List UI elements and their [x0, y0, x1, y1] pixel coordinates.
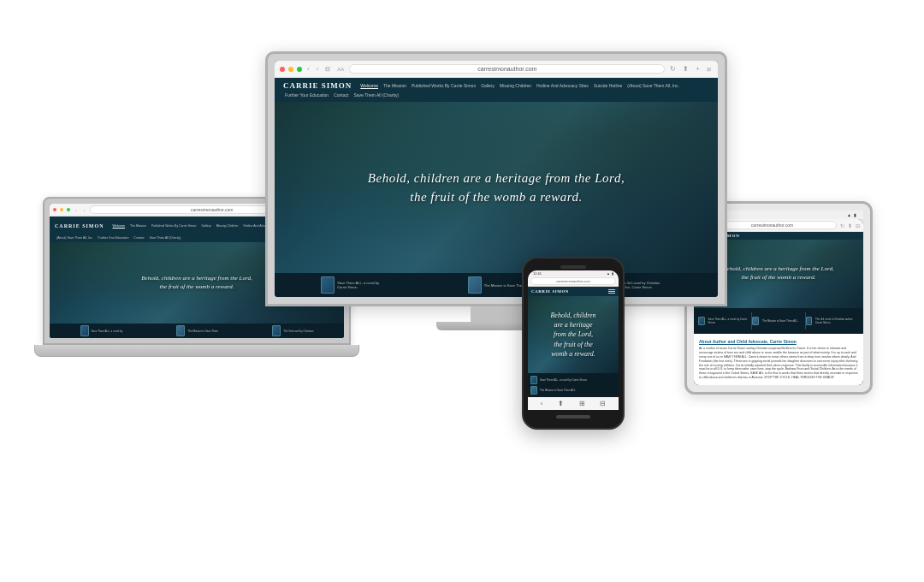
desktop-monitor: ‹ › ⊟ AA carresimonauthor.com ↻ ⬆ + ⊞ CA… — [265, 51, 727, 330]
sidebar-button[interactable]: ⊞ — [705, 66, 713, 72]
nav-hotline[interactable]: Hotline And Advocacy Sites — [535, 82, 590, 89]
desktop-website: CARRIE SIMON Welcome The Mission Publish… — [275, 78, 718, 297]
laptop-nav-charity[interactable]: Save Them All (Charity) — [147, 235, 182, 241]
phone-tabs-icon[interactable]: ⊞ — [579, 400, 585, 407]
share-button[interactable]: ⬆ — [681, 65, 690, 73]
laptop-close-btn[interactable] — [53, 208, 56, 211]
phone-book-1: Save Them ALL, a novel by Carrie Simon — [530, 376, 616, 384]
laptop-book-icon-1 — [80, 325, 89, 336]
maximize-btn[interactable] — [297, 67, 302, 72]
laptop-nav-contact[interactable]: Contact — [132, 235, 145, 241]
desktop-hero-quote: Behold, children are a heritage from the… — [368, 169, 625, 207]
url-bar[interactable]: carresimonauthor.com — [349, 64, 665, 74]
nav-published-works[interactable]: Published Works By Carrie Simon — [410, 82, 477, 89]
nav-welcome[interactable]: Welcome — [358, 82, 380, 89]
phone-status-icons: ▲ ▮ — [607, 271, 613, 276]
phone-book-2: The Mission to Save Them ALL — [530, 386, 616, 395]
laptop-book-label-2: The Mission to Save Them — [187, 330, 218, 333]
tablet-book-icon-3 — [806, 317, 812, 325]
monitor-neck — [471, 306, 522, 322]
phone-notch-area — [528, 265, 619, 269]
phone-book-icon-2 — [530, 386, 537, 395]
laptop-nav-about[interactable]: (About) Save Them All, Inc. — [55, 235, 95, 241]
phone-books: Save Them ALL, a novel by Carrie Simon T… — [528, 373, 619, 397]
laptop-nav-works[interactable]: Published Works By Carrie Simon — [150, 223, 198, 229]
tablet-hero-text: Behold, children are a heritage from the… — [714, 257, 842, 291]
phone-back-icon[interactable]: ‹ — [541, 400, 543, 407]
nav-gallery[interactable]: Gallery — [479, 82, 496, 89]
new-tab-button[interactable]: + — [694, 65, 702, 73]
tablet-bookmark-btn[interactable]: ⊟ — [856, 223, 860, 229]
book-label-1: Save Them ALL, a novel by Carrie Simon — [337, 281, 388, 289]
nav-about-save[interactable]: (About) Save Them All, Inc. — [625, 82, 681, 89]
desktop-hero: Behold, children are a heritage from the… — [275, 102, 718, 273]
phone-hamburger[interactable] — [608, 289, 615, 294]
forward-button[interactable]: › — [315, 65, 321, 73]
phone-nav: CARRIE SIMON — [528, 287, 619, 296]
laptop-nav-education[interactable]: Further Your Education — [97, 235, 131, 241]
tablet-about-text: As a mother of seven Carrie Simon writin… — [699, 347, 858, 380]
monitor-frame: ‹ › ⊟ AA carresimonauthor.com ↻ ⬆ + ⊞ CA… — [265, 51, 727, 306]
nav-contact[interactable]: Contact — [332, 92, 350, 98]
laptop-nav-welcome[interactable]: Welcome — [111, 223, 127, 229]
phone-hero: Behold, children are a heritage from the… — [528, 296, 619, 373]
phone-book-label-2: The Mission to Save Them ALL — [540, 389, 576, 392]
laptop-logo: CARRIE SIMON — [55, 223, 104, 229]
laptop-nav-gallery[interactable]: Gallery — [200, 223, 213, 229]
phone-home-bar[interactable] — [556, 415, 590, 419]
laptop-maximize-btn[interactable] — [67, 208, 70, 211]
laptop-nav-missing[interactable]: Missing Children — [215, 223, 240, 229]
book-icon-1 — [321, 276, 335, 294]
tablet-book-label-3: The 3rd novel in Christian author, Carri… — [815, 318, 859, 324]
phone-screen: 12:41 ▲ ▮ carresimonauthor.com CARRIE SI… — [528, 270, 619, 397]
book-item-1: Save Them ALL, a novel by Carrie Simon — [321, 276, 388, 294]
nav-charity[interactable]: Save Them All (Charity) — [352, 92, 400, 98]
phone: 12:41 ▲ ▮ carresimonauthor.com CARRIE SI… — [522, 257, 625, 430]
nav-suicide-hotline[interactable]: Suicide Hotline — [592, 82, 624, 89]
laptop-hero-text: Behold, children are a heritage from the… — [133, 266, 260, 300]
laptop-base — [34, 345, 359, 357]
monitor-screen: ‹ › ⊟ AA carresimonauthor.com ↻ ⬆ + ⊞ CA… — [275, 61, 718, 297]
laptop-book-1: Save Them ALL, a novel by — [80, 325, 123, 336]
phone-book-icon-1 — [530, 376, 537, 384]
desktop-logo: CARRIE SIMON — [283, 81, 352, 90]
laptop-book-2: The Mission to Save Them — [176, 325, 218, 336]
tablet-reload-btn[interactable]: ↻ — [840, 223, 844, 229]
reload-button[interactable]: ↻ — [668, 65, 678, 73]
laptop-hero-quote: Behold, children are a heritage from the… — [141, 275, 252, 292]
tabs-icon[interactable]: ⊟ — [323, 66, 332, 73]
desktop-footer-books: Save Them ALL, a novel by Carrie Simon T… — [275, 273, 718, 297]
phone-time: 12:41 — [533, 271, 542, 276]
book-icon-2 — [468, 276, 482, 294]
desktop-nav: CARRIE SIMON Welcome The Mission Publish… — [275, 78, 718, 102]
phone-frame: 12:41 ▲ ▮ carresimonauthor.com CARRIE SI… — [522, 257, 625, 430]
phone-hero-text: Behold, children are a heritage from the… — [542, 302, 604, 367]
tablet-status-icons: ▲ ▮ — [847, 212, 856, 217]
nav-mission[interactable]: The Mission — [382, 82, 408, 89]
phone-bottom-bar: ‹ ⬆ ⊞ ⊟ — [528, 397, 619, 410]
monitor-stand-assembly — [265, 306, 727, 330]
phone-logo: CARRIE SIMON — [531, 289, 569, 294]
phone-url-bar[interactable]: carresimonauthor.com — [530, 277, 616, 285]
scene: ‹ › ⊟ AA carresimonauthor.com ↻ ⬆ + ⊞ CA… — [0, 0, 924, 582]
laptop-minimize-btn[interactable] — [60, 208, 63, 211]
nav-missing-children[interactable]: Missing Children — [498, 82, 533, 89]
desktop-browser-bar: ‹ › ⊟ AA carresimonauthor.com ↻ ⬆ + ⊞ — [275, 61, 718, 78]
back-button[interactable]: ‹ — [305, 65, 311, 73]
laptop-forward-btn[interactable]: › — [82, 207, 87, 212]
laptop-nav-mission[interactable]: The Mission — [128, 223, 148, 229]
phone-book-label-1: Save Them ALL, a novel by Carrie Simon — [540, 378, 587, 382]
nav-education[interactable]: Further Your Education — [283, 92, 330, 98]
minimize-btn[interactable] — [288, 67, 293, 72]
close-btn[interactable] — [280, 67, 285, 72]
tablet-wifi-icon: ▲ — [847, 212, 851, 217]
phone-bookmark-icon[interactable]: ⊟ — [600, 400, 606, 407]
desktop-hero-text: Behold, children are a heritage from the… — [359, 160, 633, 216]
tablet-share-btn[interactable]: ⬆ — [848, 223, 852, 229]
tablet-about-section: About Author and Child Advocate, Carrie … — [694, 334, 863, 385]
phone-share-icon[interactable]: ⬆ — [558, 400, 564, 407]
book-label-2: The Mission to Save Them — [484, 283, 525, 288]
phone-hero-quote: Behold, children are a heritage from the… — [550, 311, 595, 359]
aa-button[interactable]: AA — [335, 67, 346, 72]
laptop-back-btn[interactable]: ‹ — [74, 207, 79, 212]
